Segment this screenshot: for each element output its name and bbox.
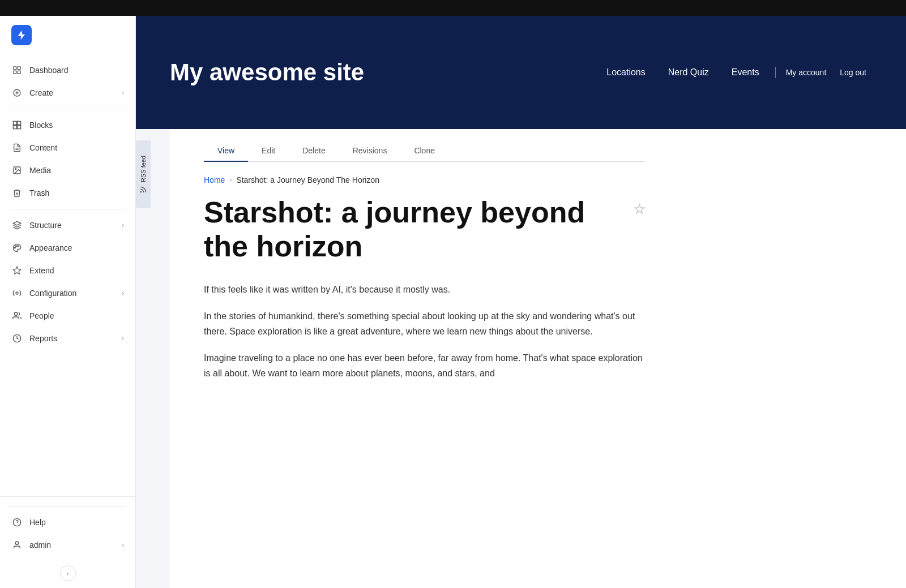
svg-point-18 (18, 246, 19, 247)
breadcrumb-separator: › (229, 176, 232, 184)
sidebar-item-reports[interactable]: Reports › (0, 327, 135, 350)
chevron-right-icon: › (122, 89, 124, 97)
content-main: View Edit Delete Revisions Clone Home › … (170, 129, 680, 588)
admin-icon (11, 539, 23, 551)
svg-rect-10 (18, 126, 21, 129)
sidebar: Dashboard Create › (0, 16, 136, 588)
sidebar-collapse-button[interactable]: ‹ (60, 565, 76, 581)
rss-label: RSS feed (140, 155, 147, 182)
sidebar-nav: Dashboard Create › (0, 54, 135, 496)
sidebar-item-appearance[interactable]: Appearance (0, 237, 135, 259)
site-nav: Locations Nerd Quiz Events (595, 67, 770, 78)
chevron-right-icon: › (122, 221, 124, 229)
site-nav-locations[interactable]: Locations (595, 67, 657, 78)
extend-icon (11, 265, 23, 276)
tab-clone[interactable]: Clone (400, 140, 448, 162)
reports-icon (11, 333, 23, 344)
breadcrumb: Home › Starshot: a Journey Beyond The Ho… (204, 175, 646, 184)
svg-rect-2 (14, 71, 16, 74)
create-icon (11, 87, 23, 98)
sidebar-label-people: People (29, 311, 54, 320)
svg-point-20 (14, 312, 17, 315)
sidebar-item-people[interactable]: People (0, 304, 135, 327)
svg-rect-9 (13, 126, 16, 129)
tab-view[interactable]: View (204, 140, 248, 162)
site-preview-header: My awesome site Locations Nerd Quiz Even… (136, 16, 906, 129)
svg-rect-8 (18, 121, 21, 125)
sidebar-divider-2 (9, 209, 126, 209)
sidebar-label-media: Media (29, 166, 51, 175)
svg-point-19 (16, 292, 18, 294)
svg-rect-7 (13, 121, 16, 125)
site-nav-secondary: My account Log out (780, 68, 872, 77)
sidebar-item-structure[interactable]: Structure › (0, 214, 135, 237)
svg-point-14 (15, 169, 16, 170)
people-icon (11, 310, 23, 321)
dashboard-icon (11, 65, 23, 76)
content-icon (11, 142, 23, 153)
sidebar-label-configuration: Configuration (29, 289, 76, 298)
content-wrapper: RSS feed View Edit Delete Revisions Clon… (136, 129, 906, 588)
site-nav-my-account[interactable]: My account (780, 68, 832, 77)
sidebar-item-media[interactable]: Media (0, 159, 135, 182)
sidebar-item-blocks[interactable]: Blocks (0, 114, 135, 136)
svg-rect-3 (18, 71, 20, 74)
rss-feed-tab[interactable]: RSS feed (136, 140, 151, 208)
svg-point-25 (140, 191, 141, 192)
svg-point-17 (15, 246, 16, 247)
sidebar-label-create: Create (29, 88, 53, 97)
article: Starshot: a journey beyond the horizon ☆… (204, 196, 646, 381)
tab-edit[interactable]: Edit (248, 140, 289, 162)
bolt-logo[interactable] (11, 25, 32, 45)
sidebar-item-extend[interactable]: Extend (0, 259, 135, 282)
article-paragraph-2: In the stories of humankind, there's som… (204, 308, 646, 339)
site-nav-events[interactable]: Events (720, 67, 771, 78)
rss-column: RSS feed (136, 129, 170, 588)
sidebar-label-blocks: Blocks (29, 121, 53, 130)
sidebar-item-configuration[interactable]: Configuration › (0, 282, 135, 304)
sidebar-item-dashboard[interactable]: Dashboard (0, 59, 135, 81)
sidebar-label-dashboard: Dashboard (29, 66, 69, 75)
sidebar-item-help[interactable]: Help (0, 511, 135, 534)
tab-delete[interactable]: Delete (289, 140, 339, 162)
chevron-right-icon: › (122, 289, 124, 297)
svg-point-16 (14, 247, 15, 248)
sidebar-divider-1 (9, 109, 126, 109)
media-icon (11, 165, 23, 176)
sidebar-label-extend: Extend (29, 266, 54, 275)
article-title: Starshot: a journey beyond the horizon ☆ (204, 196, 646, 264)
article-body: If this feels like it was written by AI,… (204, 282, 646, 381)
svg-point-24 (15, 542, 18, 544)
article-paragraph-1: If this feels like it was written by AI,… (204, 282, 646, 297)
trash-icon (11, 187, 23, 199)
sidebar-label-trash: Trash (29, 188, 49, 198)
sidebar-item-create[interactable]: Create › (0, 81, 135, 104)
appearance-icon (11, 242, 23, 254)
blocks-icon (11, 119, 23, 131)
breadcrumb-current: Starshot: a Journey Beyond The Horizon (236, 175, 379, 184)
sidebar-item-content[interactable]: Content (0, 136, 135, 159)
tab-revisions[interactable]: Revisions (339, 140, 401, 162)
chevron-right-icon: › (122, 334, 124, 342)
site-nav-divider (775, 67, 776, 78)
sidebar-label-help: Help (29, 518, 46, 527)
site-nav-nerd-quiz[interactable]: Nerd Quiz (657, 67, 720, 78)
favorite-star-icon[interactable]: ☆ (633, 201, 646, 217)
content-tabs: View Edit Delete Revisions Clone (204, 129, 646, 162)
sidebar-item-trash[interactable]: Trash (0, 182, 135, 204)
breadcrumb-home[interactable]: Home (204, 175, 225, 184)
svg-rect-1 (18, 67, 20, 70)
sidebar-label-appearance: Appearance (29, 243, 72, 252)
site-nav-log-out[interactable]: Log out (834, 68, 872, 77)
sidebar-label-content: Content (29, 143, 57, 152)
top-bar (0, 0, 906, 16)
svg-rect-0 (14, 67, 16, 70)
sidebar-item-admin[interactable]: admin › (0, 534, 135, 556)
article-paragraph-3: Imagine traveling to a place no one has … (204, 350, 646, 381)
chevron-right-icon: › (122, 541, 124, 549)
sidebar-bottom: Help admin › ‹ (0, 496, 135, 588)
sidebar-label-structure: Structure (29, 221, 62, 230)
sidebar-label-reports: Reports (29, 334, 57, 343)
sidebar-logo (0, 16, 135, 54)
sidebar-divider-3 (9, 506, 126, 507)
